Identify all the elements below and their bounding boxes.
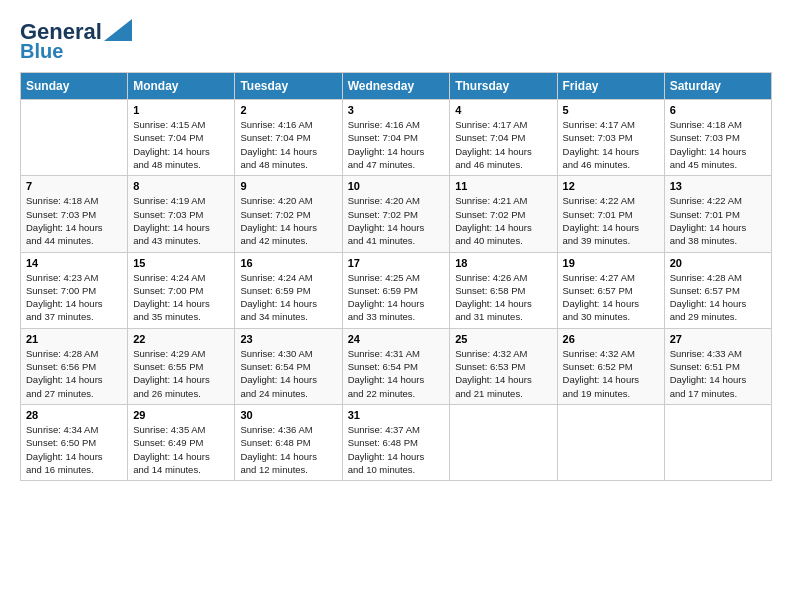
header-row: SundayMondayTuesdayWednesdayThursdayFrid… — [21, 73, 772, 100]
calendar-cell: 2Sunrise: 4:16 AM Sunset: 7:04 PM Daylig… — [235, 100, 342, 176]
day-number: 26 — [563, 333, 659, 345]
header-cell-thursday: Thursday — [450, 73, 557, 100]
calendar-week-1: 1Sunrise: 4:15 AM Sunset: 7:04 PM Daylig… — [21, 100, 772, 176]
header-cell-wednesday: Wednesday — [342, 73, 450, 100]
cell-content: Sunrise: 4:19 AM Sunset: 7:03 PM Dayligh… — [133, 194, 229, 247]
day-number: 3 — [348, 104, 445, 116]
calendar-cell: 17Sunrise: 4:25 AM Sunset: 6:59 PM Dayli… — [342, 252, 450, 328]
calendar-cell: 30Sunrise: 4:36 AM Sunset: 6:48 PM Dayli… — [235, 404, 342, 480]
cell-content: Sunrise: 4:26 AM Sunset: 6:58 PM Dayligh… — [455, 271, 551, 324]
calendar-cell: 19Sunrise: 4:27 AM Sunset: 6:57 PM Dayli… — [557, 252, 664, 328]
cell-content: Sunrise: 4:36 AM Sunset: 6:48 PM Dayligh… — [240, 423, 336, 476]
calendar-cell: 14Sunrise: 4:23 AM Sunset: 7:00 PM Dayli… — [21, 252, 128, 328]
cell-content: Sunrise: 4:32 AM Sunset: 6:53 PM Dayligh… — [455, 347, 551, 400]
cell-content: Sunrise: 4:16 AM Sunset: 7:04 PM Dayligh… — [240, 118, 336, 171]
calendar-cell: 21Sunrise: 4:28 AM Sunset: 6:56 PM Dayli… — [21, 328, 128, 404]
calendar-cell: 3Sunrise: 4:16 AM Sunset: 7:04 PM Daylig… — [342, 100, 450, 176]
day-number: 7 — [26, 180, 122, 192]
cell-content: Sunrise: 4:31 AM Sunset: 6:54 PM Dayligh… — [348, 347, 445, 400]
day-number: 20 — [670, 257, 766, 269]
cell-content: Sunrise: 4:32 AM Sunset: 6:52 PM Dayligh… — [563, 347, 659, 400]
calendar-cell: 7Sunrise: 4:18 AM Sunset: 7:03 PM Daylig… — [21, 176, 128, 252]
cell-content: Sunrise: 4:25 AM Sunset: 6:59 PM Dayligh… — [348, 271, 445, 324]
day-number: 28 — [26, 409, 122, 421]
page-header: General Blue — [20, 20, 772, 62]
cell-content: Sunrise: 4:33 AM Sunset: 6:51 PM Dayligh… — [670, 347, 766, 400]
header-cell-sunday: Sunday — [21, 73, 128, 100]
calendar-cell: 9Sunrise: 4:20 AM Sunset: 7:02 PM Daylig… — [235, 176, 342, 252]
cell-content: Sunrise: 4:21 AM Sunset: 7:02 PM Dayligh… — [455, 194, 551, 247]
calendar-cell: 8Sunrise: 4:19 AM Sunset: 7:03 PM Daylig… — [128, 176, 235, 252]
cell-content: Sunrise: 4:22 AM Sunset: 7:01 PM Dayligh… — [563, 194, 659, 247]
day-number: 12 — [563, 180, 659, 192]
day-number: 6 — [670, 104, 766, 116]
calendar-cell: 23Sunrise: 4:30 AM Sunset: 6:54 PM Dayli… — [235, 328, 342, 404]
day-number: 27 — [670, 333, 766, 345]
calendar-cell — [557, 404, 664, 480]
cell-content: Sunrise: 4:18 AM Sunset: 7:03 PM Dayligh… — [26, 194, 122, 247]
calendar-cell: 24Sunrise: 4:31 AM Sunset: 6:54 PM Dayli… — [342, 328, 450, 404]
cell-content: Sunrise: 4:17 AM Sunset: 7:04 PM Dayligh… — [455, 118, 551, 171]
calendar-cell: 22Sunrise: 4:29 AM Sunset: 6:55 PM Dayli… — [128, 328, 235, 404]
calendar-cell: 29Sunrise: 4:35 AM Sunset: 6:49 PM Dayli… — [128, 404, 235, 480]
day-number: 11 — [455, 180, 551, 192]
day-number: 1 — [133, 104, 229, 116]
cell-content: Sunrise: 4:35 AM Sunset: 6:49 PM Dayligh… — [133, 423, 229, 476]
logo-icon — [104, 19, 132, 41]
svg-marker-0 — [104, 19, 132, 41]
calendar-cell: 31Sunrise: 4:37 AM Sunset: 6:48 PM Dayli… — [342, 404, 450, 480]
day-number: 10 — [348, 180, 445, 192]
day-number: 16 — [240, 257, 336, 269]
calendar-cell: 5Sunrise: 4:17 AM Sunset: 7:03 PM Daylig… — [557, 100, 664, 176]
cell-content: Sunrise: 4:16 AM Sunset: 7:04 PM Dayligh… — [348, 118, 445, 171]
calendar-cell — [664, 404, 771, 480]
day-number: 31 — [348, 409, 445, 421]
calendar-cell: 16Sunrise: 4:24 AM Sunset: 6:59 PM Dayli… — [235, 252, 342, 328]
day-number: 19 — [563, 257, 659, 269]
cell-content: Sunrise: 4:28 AM Sunset: 6:57 PM Dayligh… — [670, 271, 766, 324]
day-number: 18 — [455, 257, 551, 269]
calendar-cell: 13Sunrise: 4:22 AM Sunset: 7:01 PM Dayli… — [664, 176, 771, 252]
cell-content: Sunrise: 4:20 AM Sunset: 7:02 PM Dayligh… — [240, 194, 336, 247]
day-number: 4 — [455, 104, 551, 116]
day-number: 21 — [26, 333, 122, 345]
cell-content: Sunrise: 4:34 AM Sunset: 6:50 PM Dayligh… — [26, 423, 122, 476]
calendar-cell: 25Sunrise: 4:32 AM Sunset: 6:53 PM Dayli… — [450, 328, 557, 404]
cell-content: Sunrise: 4:20 AM Sunset: 7:02 PM Dayligh… — [348, 194, 445, 247]
calendar-cell: 4Sunrise: 4:17 AM Sunset: 7:04 PM Daylig… — [450, 100, 557, 176]
header-cell-saturday: Saturday — [664, 73, 771, 100]
cell-content: Sunrise: 4:18 AM Sunset: 7:03 PM Dayligh… — [670, 118, 766, 171]
cell-content: Sunrise: 4:24 AM Sunset: 6:59 PM Dayligh… — [240, 271, 336, 324]
cell-content: Sunrise: 4:37 AM Sunset: 6:48 PM Dayligh… — [348, 423, 445, 476]
day-number: 15 — [133, 257, 229, 269]
day-number: 13 — [670, 180, 766, 192]
calendar-cell: 26Sunrise: 4:32 AM Sunset: 6:52 PM Dayli… — [557, 328, 664, 404]
cell-content: Sunrise: 4:22 AM Sunset: 7:01 PM Dayligh… — [670, 194, 766, 247]
header-cell-tuesday: Tuesday — [235, 73, 342, 100]
cell-content: Sunrise: 4:30 AM Sunset: 6:54 PM Dayligh… — [240, 347, 336, 400]
calendar-cell: 18Sunrise: 4:26 AM Sunset: 6:58 PM Dayli… — [450, 252, 557, 328]
day-number: 2 — [240, 104, 336, 116]
cell-content: Sunrise: 4:29 AM Sunset: 6:55 PM Dayligh… — [133, 347, 229, 400]
calendar-cell: 15Sunrise: 4:24 AM Sunset: 7:00 PM Dayli… — [128, 252, 235, 328]
calendar-table: SundayMondayTuesdayWednesdayThursdayFrid… — [20, 72, 772, 481]
cell-content: Sunrise: 4:24 AM Sunset: 7:00 PM Dayligh… — [133, 271, 229, 324]
cell-content: Sunrise: 4:27 AM Sunset: 6:57 PM Dayligh… — [563, 271, 659, 324]
calendar-week-5: 28Sunrise: 4:34 AM Sunset: 6:50 PM Dayli… — [21, 404, 772, 480]
calendar-cell: 28Sunrise: 4:34 AM Sunset: 6:50 PM Dayli… — [21, 404, 128, 480]
cell-content: Sunrise: 4:15 AM Sunset: 7:04 PM Dayligh… — [133, 118, 229, 171]
day-number: 22 — [133, 333, 229, 345]
calendar-week-4: 21Sunrise: 4:28 AM Sunset: 6:56 PM Dayli… — [21, 328, 772, 404]
calendar-cell: 11Sunrise: 4:21 AM Sunset: 7:02 PM Dayli… — [450, 176, 557, 252]
header-cell-monday: Monday — [128, 73, 235, 100]
cell-content: Sunrise: 4:23 AM Sunset: 7:00 PM Dayligh… — [26, 271, 122, 324]
calendar-cell: 6Sunrise: 4:18 AM Sunset: 7:03 PM Daylig… — [664, 100, 771, 176]
day-number: 25 — [455, 333, 551, 345]
calendar-week-2: 7Sunrise: 4:18 AM Sunset: 7:03 PM Daylig… — [21, 176, 772, 252]
day-number: 29 — [133, 409, 229, 421]
calendar-cell: 27Sunrise: 4:33 AM Sunset: 6:51 PM Dayli… — [664, 328, 771, 404]
calendar-cell — [450, 404, 557, 480]
day-number: 5 — [563, 104, 659, 116]
calendar-cell: 20Sunrise: 4:28 AM Sunset: 6:57 PM Dayli… — [664, 252, 771, 328]
calendar-week-3: 14Sunrise: 4:23 AM Sunset: 7:00 PM Dayli… — [21, 252, 772, 328]
